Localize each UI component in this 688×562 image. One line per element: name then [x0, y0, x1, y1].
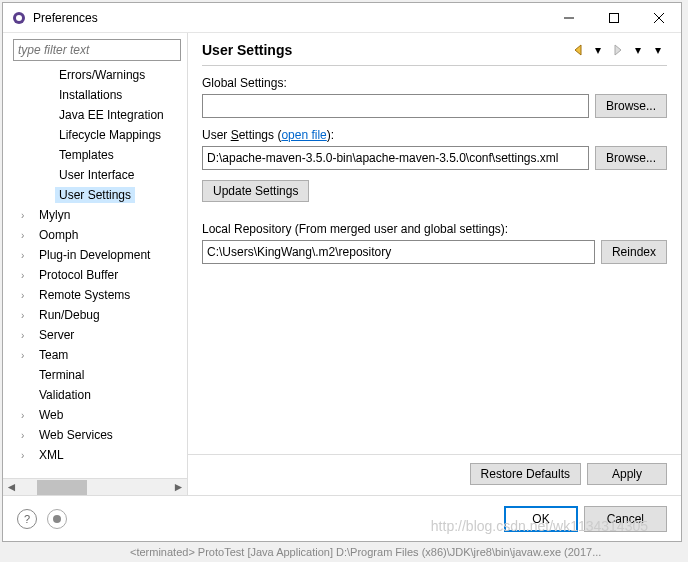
tree-item-remote-systems[interactable]: ›Remote Systems [3, 285, 183, 305]
preference-tree[interactable]: Errors/WarningsInstallationsJava EE Inte… [3, 65, 187, 478]
titlebar: Preferences [3, 3, 681, 33]
svg-point-1 [16, 15, 22, 21]
record-icon[interactable] [47, 509, 67, 529]
user-settings-input[interactable] [202, 146, 589, 170]
expand-icon: › [21, 430, 35, 441]
expand-icon: › [21, 410, 35, 421]
maximize-button[interactable] [591, 3, 636, 33]
tree-item-plug-in-development[interactable]: ›Plug-in Development [3, 245, 183, 265]
svg-rect-3 [609, 13, 618, 22]
window-title: Preferences [33, 11, 546, 25]
horizontal-scrollbar[interactable]: ◄ ► [3, 478, 187, 495]
local-repo-input[interactable] [202, 240, 595, 264]
footer-right: OK Cancel [504, 506, 667, 532]
tree-item-java-ee-integration[interactable]: Java EE Integration [3, 105, 183, 125]
user-settings-row: Browse... [202, 146, 667, 170]
open-file-link[interactable]: open file [281, 128, 326, 142]
filter-container [13, 39, 181, 61]
tree-item-server[interactable]: ›Server [3, 325, 183, 345]
browse-user-button[interactable]: Browse... [595, 146, 667, 170]
forward-dropdown-icon[interactable]: ▾ [629, 41, 647, 59]
tree-item-web[interactable]: ›Web [3, 405, 183, 425]
footer-left: ? [17, 509, 67, 529]
tree-item-errors-warnings[interactable]: Errors/Warnings [3, 65, 183, 85]
tree-item-xml[interactable]: ›XML [3, 445, 183, 465]
scroll-thumb[interactable] [37, 480, 87, 495]
expand-icon: › [21, 230, 35, 241]
tree-item-terminal[interactable]: Terminal [3, 365, 183, 385]
expand-icon: › [21, 290, 35, 301]
reindex-button[interactable]: Reindex [601, 240, 667, 264]
left-panel: Errors/WarningsInstallationsJava EE Inte… [3, 33, 188, 495]
page-buttons: Restore Defaults Apply [188, 454, 681, 495]
svg-point-6 [53, 515, 61, 523]
scroll-right-icon[interactable]: ► [170, 480, 187, 494]
back-button[interactable] [569, 41, 587, 59]
local-repo-label: Local Repository (From merged user and g… [202, 222, 667, 236]
status-bar-text: <terminated> ProtoTest [Java Application… [130, 546, 601, 558]
local-repo-row: Reindex [202, 240, 667, 264]
global-settings-row: Browse... [202, 94, 667, 118]
tree-item-user-interface[interactable]: User Interface [3, 165, 183, 185]
minimize-button[interactable] [546, 3, 591, 33]
ok-button[interactable]: OK [504, 506, 577, 532]
expand-icon: › [21, 270, 35, 281]
expand-icon: › [21, 310, 35, 321]
dialog-body: Errors/WarningsInstallationsJava EE Inte… [3, 33, 681, 495]
tree-item-validation[interactable]: Validation [3, 385, 183, 405]
global-settings-label: Global Settings: [202, 76, 667, 90]
tree-item-protocol-buffer[interactable]: ›Protocol Buffer [3, 265, 183, 285]
preferences-window: Preferences Errors/WarningsInstallations… [2, 2, 682, 542]
filter-input[interactable] [13, 39, 181, 61]
dialog-footer: ? OK Cancel [3, 495, 681, 541]
tree-item-templates[interactable]: Templates [3, 145, 183, 165]
expand-icon: › [21, 250, 35, 261]
expand-icon: › [21, 450, 35, 461]
forward-button[interactable] [609, 41, 627, 59]
tree-item-run-debug[interactable]: ›Run/Debug [3, 305, 183, 325]
tree-item-web-services[interactable]: ›Web Services [3, 425, 183, 445]
tree-item-team[interactable]: ›Team [3, 345, 183, 365]
expand-icon: › [21, 210, 35, 221]
page-title: User Settings [202, 42, 569, 58]
help-icon[interactable]: ? [17, 509, 37, 529]
restore-defaults-button[interactable]: Restore Defaults [470, 463, 581, 485]
page-header: User Settings ▾ ▾ ▾ [202, 41, 667, 66]
expand-icon: › [21, 350, 35, 361]
tree-item-installations[interactable]: Installations [3, 85, 183, 105]
scroll-left-icon[interactable]: ◄ [3, 480, 20, 494]
tree-item-mylyn[interactable]: ›Mylyn [3, 205, 183, 225]
cancel-button[interactable]: Cancel [584, 506, 667, 532]
close-button[interactable] [636, 3, 681, 33]
tree-item-user-settings[interactable]: User Settings [3, 185, 183, 205]
app-icon [11, 10, 27, 26]
global-settings-input[interactable] [202, 94, 589, 118]
apply-button[interactable]: Apply [587, 463, 667, 485]
right-panel: User Settings ▾ ▾ ▾ Global Settings: Bro… [188, 33, 681, 495]
nav-toolbar: ▾ ▾ ▾ [569, 41, 667, 59]
update-row: Update Settings [202, 180, 667, 202]
window-controls [546, 3, 681, 33]
update-settings-button[interactable]: Update Settings [202, 180, 309, 202]
browse-global-button[interactable]: Browse... [595, 94, 667, 118]
expand-icon: › [21, 330, 35, 341]
back-dropdown-icon[interactable]: ▾ [589, 41, 607, 59]
tree-item-oomph[interactable]: ›Oomph [3, 225, 183, 245]
menu-dropdown-icon[interactable]: ▾ [649, 41, 667, 59]
user-settings-label: User Settings (open file): [202, 128, 667, 142]
tree-item-lifecycle-mappings[interactable]: Lifecycle Mappings [3, 125, 183, 145]
